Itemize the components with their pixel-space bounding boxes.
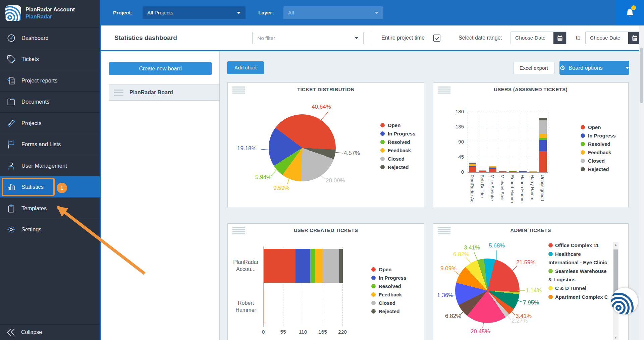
stacked-bar[interactable] (479, 170, 486, 172)
board-options-label: Board options (569, 65, 603, 71)
date-from-input[interactable]: Choose Date (511, 32, 567, 44)
notifications-button[interactable] (616, 0, 644, 25)
legend-item: Feedback (380, 146, 416, 155)
sidebar-item-project-reports[interactable]: Project reports (0, 70, 100, 91)
scrollbar-thumb[interactable] (640, 48, 643, 103)
legend-dot-icon (380, 165, 385, 169)
legend-dot-icon (371, 292, 376, 297)
scroll-up-icon[interactable]: ▲ (613, 243, 619, 246)
date-from-placeholder: Choose Date (511, 35, 553, 41)
gridline (508, 112, 508, 172)
sidebar-item-settings[interactable]: Settings (0, 219, 100, 240)
legend-item: Resolved (581, 140, 616, 148)
account-subname: PlanRadar (25, 13, 75, 20)
pie-label: 2.27% (512, 318, 528, 324)
sidebar-collapse-button[interactable]: Collapse (0, 324, 100, 340)
legend-dot-icon (548, 286, 553, 290)
sidebar-item-tickets[interactable]: Tickets (0, 49, 100, 70)
folder-icon (6, 97, 16, 107)
pie-label: 20.45% (471, 328, 490, 335)
chart-panel-admin-tickets: ADMIN TICKETS 5.68% 21.59% 1.14% 7.95% 3… (433, 223, 629, 340)
y-axis-tick: 135 (446, 124, 464, 129)
x-axis-tick: 220 (335, 329, 350, 335)
stacked-bar[interactable] (539, 118, 547, 172)
chart-title: USER CREATED TICKETS (228, 227, 424, 233)
legend-label: C & D Tunnel (555, 285, 586, 291)
chart-legend: OpenIn ProgressResolvedFeedbackClosedRej… (581, 123, 616, 173)
x-axis-tick: 165 (315, 329, 330, 335)
layer-select[interactable]: All (283, 6, 383, 19)
sidebar-item-documents[interactable]: Documents (0, 91, 100, 113)
drag-handle-icon[interactable] (114, 90, 123, 96)
legend-item: Feedback (581, 148, 616, 157)
chart-panel-users-assigned: USERS (ASSIGNED TICKETS) 04590135180Plan… (433, 82, 629, 207)
date-to-placeholder: Choose Date (586, 35, 628, 41)
legend-dot-icon (581, 133, 585, 138)
sidebar-item-label: Settings (21, 226, 42, 233)
user-icon (6, 161, 16, 170)
top-bar: Project: All Projects Layer: All (100, 0, 644, 25)
legend-dot-icon (548, 252, 553, 256)
legend-item: In Progress (371, 274, 407, 282)
board-list-item[interactable]: PlanRadar Board (109, 84, 219, 101)
stacked-bar[interactable] (509, 171, 517, 172)
sidebar-item-projects[interactable]: Projects (0, 112, 100, 134)
legend-dot-icon (380, 140, 385, 144)
gridline (478, 112, 478, 172)
planradar-logo-icon (5, 5, 21, 21)
page-scrollbar[interactable] (639, 25, 644, 340)
legend-label: Feedback (588, 150, 611, 155)
stacked-bar[interactable] (519, 171, 527, 172)
chevron-down-icon (237, 12, 241, 14)
legend-label: Resolved (379, 283, 401, 289)
annotation-step-badge: 1 (57, 183, 67, 193)
stacked-bar[interactable] (264, 249, 343, 283)
bar-segment-in-progress (296, 249, 310, 283)
sidebar-item-forms-and-lists[interactable]: Forms and Lists (0, 134, 100, 155)
stacked-bar[interactable] (469, 163, 476, 172)
legend-dot-icon (548, 243, 553, 247)
calendar-icon[interactable] (553, 32, 566, 44)
legend-label: Rejected (388, 164, 409, 170)
date-range-label: Select date range: (459, 25, 502, 50)
bar-segment-open (264, 249, 296, 283)
double-chevron-left-icon (6, 328, 16, 337)
board-options-button[interactable]: ⚙ Board options (559, 61, 629, 75)
legend-label: Feedback (379, 292, 402, 297)
pie-chart[interactable] (269, 114, 336, 181)
stacked-bar[interactable] (529, 171, 537, 172)
stacked-bar[interactable] (499, 171, 506, 172)
legend-label: Closed (388, 156, 405, 162)
filter-select[interactable]: No filter (252, 32, 364, 44)
sidebar-item-statistics[interactable]: Statistics (0, 176, 100, 198)
y-axis-tick: 90 (446, 139, 464, 145)
date-to-input[interactable]: Choose Date (585, 32, 641, 44)
pie-label: 4.57% (344, 150, 360, 157)
board-name: PlanRadar Board (129, 90, 173, 96)
pie-label: 20.09% (326, 177, 345, 184)
add-chart-button[interactable]: Add chart (227, 61, 264, 74)
entire-project-time-checkbox[interactable] (433, 35, 440, 42)
stacked-bar[interactable] (264, 290, 264, 324)
gear-icon (6, 225, 16, 234)
bar-segment-in-progress (539, 140, 547, 151)
sidebar-item-templates[interactable]: Templates (0, 197, 100, 219)
project-select[interactable]: All Projects (143, 6, 246, 19)
pie-chart[interactable] (455, 259, 520, 323)
legend-item: Apartment Complex C (548, 293, 609, 301)
account-header[interactable]: PlanRadar Account PlanRadar (0, 0, 100, 26)
x-axis-tick: 55 (276, 329, 290, 335)
stacked-bar[interactable] (489, 166, 496, 172)
create-new-board-button[interactable]: Create new board (109, 62, 212, 75)
legend-item: Open (380, 121, 416, 129)
bar-category-label: Mike Steinbe (490, 175, 495, 201)
excel-export-button[interactable]: Excel export (513, 62, 554, 74)
scroll-down-icon[interactable]: ▼ (613, 336, 619, 339)
sidebar-item-dashboard[interactable]: Dashboard (0, 27, 100, 49)
project-select-value: All Projects (147, 10, 173, 16)
sidebar-item-user-management[interactable]: User Management (0, 155, 100, 176)
legend-dot-icon (581, 159, 585, 163)
gridline (488, 112, 488, 172)
clipboard-icon (6, 204, 16, 213)
legend-item: Resolved (371, 282, 407, 290)
